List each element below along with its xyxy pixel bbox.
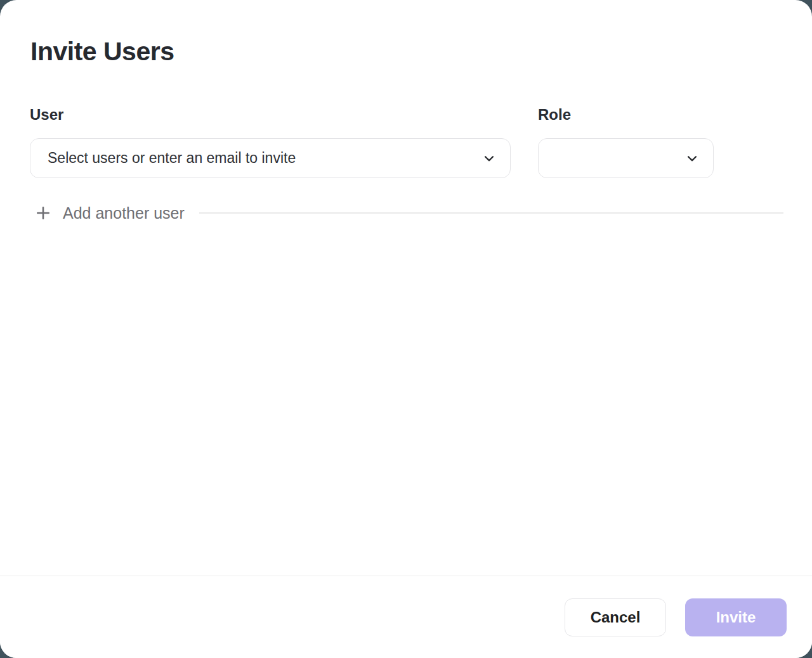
chevron-down-icon — [482, 152, 496, 165]
role-field-label: Role — [538, 106, 714, 124]
add-another-user-button[interactable]: Add another user — [34, 204, 185, 223]
user-select-placeholder: Select users or enter an email to invite — [48, 150, 296, 167]
plus-icon — [34, 204, 52, 222]
chevron-down-icon — [685, 152, 699, 165]
user-field: User Select users or enter an email to i… — [30, 106, 511, 178]
dialog-title: Invite Users — [30, 37, 783, 67]
add-user-row: Add another user — [30, 202, 783, 224]
role-field: Role — [538, 106, 714, 178]
role-select[interactable] — [538, 138, 714, 178]
user-select[interactable]: Select users or enter an email to invite — [30, 138, 511, 178]
cancel-button[interactable]: Cancel — [565, 598, 666, 636]
invite-button[interactable]: Invite — [685, 598, 787, 636]
user-field-label: User — [30, 106, 511, 124]
add-another-user-label: Add another user — [63, 204, 185, 223]
dialog-body: Invite Users User Select users or enter … — [0, 0, 812, 576]
invite-users-dialog: Invite Users User Select users or enter … — [0, 0, 812, 658]
invite-user-row: User Select users or enter an email to i… — [30, 106, 783, 178]
dialog-footer: Cancel Invite — [0, 576, 812, 658]
divider-line — [199, 212, 783, 214]
backdrop: { "modal": { "title": "Invite Users" }, … — [0, 0, 812, 658]
